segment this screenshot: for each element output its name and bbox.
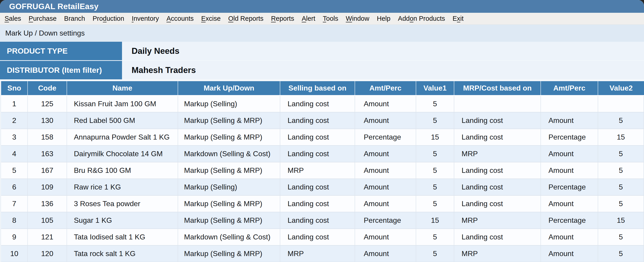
cell-amt-perc-2[interactable]: Percentage — [541, 212, 598, 229]
filter-label: PRODUCT TYPE — [0, 42, 122, 60]
filter-value[interactable]: Daily Needs — [122, 42, 644, 60]
cell-selling-based-on[interactable]: Landing cost — [280, 212, 355, 229]
cell-value2[interactable]: 5 — [598, 196, 644, 212]
column-header-amt-perc-2: Amt/Perc — [541, 81, 598, 95]
filter-row-distributor-item-filter: DISTRIBUTOR (Item filter)Mahesh Traders — [0, 61, 644, 79]
menu-item-production[interactable]: Production — [92, 15, 124, 22]
cell-amt-perc[interactable]: Amount — [355, 112, 416, 129]
menu-item-help[interactable]: Help — [377, 15, 390, 22]
cell-amt-perc-2[interactable]: Amount — [541, 196, 598, 212]
cell-amt-perc-2[interactable] — [541, 96, 598, 112]
menu-item-inventory[interactable]: Inventory — [132, 15, 159, 22]
cell-value2[interactable]: 15 — [598, 212, 644, 229]
cell-amt-perc-2[interactable]: Amount — [541, 146, 598, 162]
cell-amt-perc[interactable]: Amount — [355, 246, 416, 262]
cell-amt-perc[interactable]: Percentage — [355, 212, 416, 229]
cell-mark-up-down[interactable]: Markdown (Selling & Cost) — [178, 146, 280, 162]
cell-selling-based-on[interactable]: MRP — [280, 162, 355, 179]
cell-selling-based-on[interactable]: Landing cost — [280, 146, 355, 162]
cell-value1[interactable]: 5 — [416, 146, 454, 162]
cell-mark-up-down[interactable]: Markup (Selling & MRP) — [178, 246, 280, 262]
cell-value1[interactable]: 5 — [416, 196, 454, 212]
cell-code: 109 — [28, 179, 67, 196]
menu-item-reports[interactable]: Reports — [271, 15, 294, 22]
cell-value1[interactable]: 5 — [416, 96, 454, 112]
cell-mark-up-down[interactable]: Markup (Selling & MRP) — [178, 112, 280, 129]
cell-value2[interactable]: 5 — [598, 246, 644, 262]
cell-value1[interactable]: 5 — [416, 229, 454, 246]
menu-mnemonic: I — [132, 15, 134, 22]
cell-value2[interactable]: 5 — [598, 146, 644, 162]
cell-mrp-cost-based-on[interactable]: Landing cost — [454, 129, 541, 146]
cell-amt-perc[interactable]: Amount — [355, 146, 416, 162]
cell-value2[interactable]: 15 — [598, 129, 644, 146]
cell-value2[interactable]: 5 — [598, 179, 644, 196]
cell-mark-up-down[interactable]: Markup (Selling & MRP) — [178, 196, 280, 212]
cell-selling-based-on[interactable]: Landing cost — [280, 129, 355, 146]
cell-amt-perc-2[interactable]: Amount — [541, 246, 598, 262]
cell-mark-up-down[interactable]: Markup (Selling & MRP) — [178, 129, 280, 146]
cell-mrp-cost-based-on[interactable]: MRP — [454, 146, 541, 162]
cell-amt-perc-2[interactable]: Amount — [541, 229, 598, 246]
cell-value2[interactable]: 5 — [598, 162, 644, 179]
cell-amt-perc-2[interactable]: Amount — [541, 112, 598, 129]
cell-selling-based-on[interactable]: Landing cost — [280, 229, 355, 246]
cell-mrp-cost-based-on[interactable]: Landing cost — [454, 196, 541, 212]
cell-mark-up-down[interactable]: Markdown (Selling & Cost) — [178, 229, 280, 246]
menu-item-alert[interactable]: Alert — [302, 15, 316, 22]
cell-amt-perc[interactable]: Amount — [355, 196, 416, 212]
cell-value2[interactable] — [598, 96, 644, 112]
cell-value1[interactable]: 15 — [416, 129, 454, 146]
cell-sno: 3 — [1, 129, 28, 146]
menu-item-accounts[interactable]: Accounts — [166, 15, 194, 22]
cell-mrp-cost-based-on[interactable]: Landing cost — [454, 229, 541, 246]
cell-value1[interactable]: 5 — [416, 112, 454, 129]
cell-mark-up-down[interactable]: Markup (Selling) — [178, 96, 280, 112]
cell-sno: 7 — [1, 196, 28, 212]
menu-item-tools[interactable]: Tools — [323, 15, 338, 22]
cell-value2[interactable]: 5 — [598, 229, 644, 246]
cell-mark-up-down[interactable]: Markup (Selling & MRP) — [178, 162, 280, 179]
cell-amt-perc[interactable]: Amount — [355, 96, 416, 112]
cell-mrp-cost-based-on[interactable]: MRP — [454, 212, 541, 229]
cell-value1[interactable]: 5 — [416, 162, 454, 179]
menu-item-sales[interactable]: Sales — [4, 15, 21, 22]
column-header-value2: Value2 — [598, 81, 644, 95]
column-header-name: Name — [67, 81, 178, 95]
cell-selling-based-on[interactable]: Landing cost — [280, 179, 355, 196]
cell-value2[interactable]: 5 — [598, 112, 644, 129]
menu-item-branch[interactable]: Branch — [64, 15, 85, 22]
cell-mark-up-down[interactable]: Markup (Selling & MRP) — [178, 212, 280, 229]
filter-value[interactable]: Mahesh Traders — [122, 61, 644, 79]
cell-amt-perc-2[interactable]: Percentage — [541, 179, 598, 196]
cell-selling-based-on[interactable]: Landing cost — [280, 196, 355, 212]
cell-code: 158 — [28, 129, 67, 146]
cell-amt-perc[interactable]: Amount — [355, 162, 416, 179]
cell-selling-based-on[interactable]: MRP — [280, 246, 355, 262]
cell-mrp-cost-based-on[interactable]: Landing cost — [454, 162, 541, 179]
page-title: Mark Up / Down settings — [5, 29, 85, 38]
menu-item-old-reports[interactable]: Old Reports — [228, 15, 264, 22]
cell-amt-perc-2[interactable]: Amount — [541, 162, 598, 179]
cell-value1[interactable]: 5 — [416, 246, 454, 262]
menu-mnemonic: A — [302, 15, 306, 22]
cell-selling-based-on[interactable]: Landing cost — [280, 112, 355, 129]
menu-item-purchase[interactable]: Purchase — [29, 15, 57, 22]
cell-mrp-cost-based-on[interactable]: MRP — [454, 246, 541, 262]
cell-mrp-cost-based-on[interactable]: Landing cost — [454, 112, 541, 129]
cell-selling-based-on[interactable]: Landing cost — [280, 96, 355, 112]
menu-mnemonic: d — [103, 15, 106, 22]
cell-mark-up-down[interactable]: Markup (Selling) — [178, 179, 280, 196]
cell-value1[interactable]: 15 — [416, 212, 454, 229]
menu-item-excise[interactable]: Excise — [201, 15, 220, 22]
cell-amt-perc-2[interactable]: Percentage — [541, 129, 598, 146]
cell-mrp-cost-based-on[interactable]: Landing cost — [454, 179, 541, 196]
cell-amt-perc[interactable]: Amount — [355, 179, 416, 196]
cell-amt-perc[interactable]: Amount — [355, 229, 416, 246]
menu-item-exit[interactable]: Exit — [452, 15, 464, 22]
cell-value1[interactable]: 5 — [416, 179, 454, 196]
menu-item-addon-products[interactable]: Addon Products — [398, 15, 445, 22]
menu-item-window[interactable]: Window — [346, 15, 369, 22]
cell-mrp-cost-based-on[interactable] — [454, 96, 541, 112]
cell-amt-perc[interactable]: Percentage — [355, 129, 416, 146]
